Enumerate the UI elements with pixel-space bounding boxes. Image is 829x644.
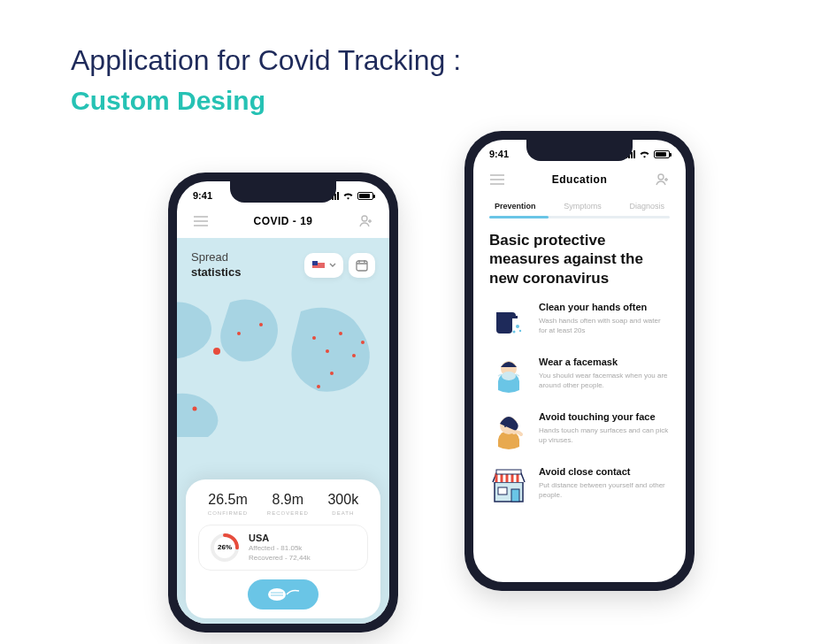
tab-diagnosis[interactable]: Diagnosis bbox=[629, 202, 664, 211]
svg-point-22 bbox=[513, 330, 516, 333]
svg-point-18 bbox=[268, 588, 286, 601]
svg-point-9 bbox=[326, 349, 329, 353]
facemask-icon bbox=[489, 356, 528, 395]
stat-confirmed: 26.5m CONFIRMED bbox=[208, 492, 248, 516]
menu-icon[interactable] bbox=[487, 170, 507, 189]
country-card[interactable]: 26% USA Affected - 81.05k Recovered - 72… bbox=[198, 525, 368, 571]
progress-bar bbox=[489, 216, 670, 218]
page-heading: Application for Covid Tracking : Custom … bbox=[71, 44, 461, 116]
tab-prevention[interactable]: Prevention bbox=[495, 202, 536, 211]
stat-recovered: 8.9m RECOVERED bbox=[267, 492, 309, 516]
tab-symptoms[interactable]: Symptoms bbox=[564, 202, 602, 211]
country-name: USA bbox=[249, 533, 311, 543]
app-bar: Education bbox=[473, 163, 686, 196]
flag-us-icon bbox=[311, 258, 326, 272]
svg-point-13 bbox=[317, 385, 320, 388]
user-icon[interactable] bbox=[652, 170, 672, 189]
svg-point-5 bbox=[213, 348, 220, 355]
svg-rect-32 bbox=[498, 487, 507, 494]
phone-mockup-stats: 9:41 COVID - 19 Spread statistics bbox=[168, 172, 398, 632]
svg-point-15 bbox=[361, 341, 365, 344]
battery-icon bbox=[654, 150, 670, 158]
edu-item-face[interactable]: Avoid touching your face Hands touch man… bbox=[489, 411, 670, 450]
education-title: Basic protective measures against the ne… bbox=[489, 231, 670, 288]
progress-ring: 26% bbox=[210, 533, 240, 563]
svg-point-28 bbox=[511, 426, 513, 427]
avoid-face-icon bbox=[489, 411, 528, 450]
svg-point-10 bbox=[339, 332, 342, 335]
market-icon bbox=[489, 466, 528, 505]
country-picker[interactable] bbox=[304, 253, 343, 278]
svg-point-19 bbox=[658, 174, 664, 180]
svg-point-0 bbox=[362, 216, 367, 221]
status-time: 9:41 bbox=[489, 149, 509, 159]
stat-death: 300k DEATH bbox=[327, 492, 358, 516]
tabs: Prevention Symptoms Diagnosis bbox=[489, 196, 670, 216]
menu-icon[interactable] bbox=[191, 211, 211, 231]
user-icon[interactable] bbox=[356, 211, 375, 231]
svg-rect-2 bbox=[312, 261, 318, 265]
svg-point-11 bbox=[352, 354, 356, 357]
wifi-icon bbox=[639, 150, 650, 158]
svg-point-7 bbox=[259, 323, 263, 326]
phone-mockup-education: 9:41 Education Prevention Symptoms Diagn… bbox=[464, 131, 695, 591]
chevron-down-icon bbox=[329, 263, 336, 267]
edu-item-distance[interactable]: Avoid close contact Put distance between… bbox=[489, 466, 670, 505]
svg-rect-30 bbox=[496, 470, 521, 474]
svg-rect-20 bbox=[512, 316, 518, 318]
svg-point-25 bbox=[502, 372, 516, 380]
mask-button[interactable] bbox=[248, 579, 319, 610]
svg-point-21 bbox=[516, 325, 519, 328]
phone-notch bbox=[526, 140, 633, 161]
stats-card: 26.5m CONFIRMED 8.9m RECOVERED 300k DEAT… bbox=[186, 479, 380, 618]
svg-rect-3 bbox=[357, 261, 367, 271]
edu-item-wash[interactable]: Clean your hands often Wash hands often … bbox=[489, 302, 670, 341]
phone-notch bbox=[230, 181, 336, 203]
svg-point-14 bbox=[193, 406, 197, 410]
progress-fill bbox=[489, 216, 549, 218]
edu-item-mask[interactable]: Wear a facemask You should wear facemask… bbox=[489, 356, 670, 395]
svg-point-27 bbox=[504, 426, 506, 427]
calendar-button[interactable] bbox=[349, 253, 375, 278]
spread-title: Spread statistics bbox=[191, 250, 241, 280]
country-recovered: Recovered - 72,44k bbox=[249, 553, 311, 563]
svg-point-6 bbox=[237, 332, 241, 335]
wifi-icon bbox=[342, 192, 354, 200]
heading-title: Application for Covid Tracking : bbox=[71, 44, 461, 77]
app-title: COVID - 19 bbox=[253, 215, 312, 227]
heading-subtitle: Custom Desing bbox=[71, 86, 461, 116]
svg-point-23 bbox=[519, 330, 521, 332]
country-affected: Affected - 81.05k bbox=[249, 543, 311, 553]
world-map[interactable] bbox=[177, 289, 389, 440]
calendar-icon bbox=[356, 259, 368, 272]
app-bar: COVID - 19 bbox=[177, 204, 389, 238]
mask-icon bbox=[265, 586, 301, 603]
svg-point-12 bbox=[330, 372, 334, 375]
status-time: 9:41 bbox=[193, 190, 212, 201]
battery-icon bbox=[357, 192, 373, 200]
wash-hands-icon bbox=[489, 302, 528, 341]
svg-point-8 bbox=[312, 336, 316, 340]
app-title: Education bbox=[552, 173, 608, 186]
svg-rect-31 bbox=[511, 489, 519, 502]
